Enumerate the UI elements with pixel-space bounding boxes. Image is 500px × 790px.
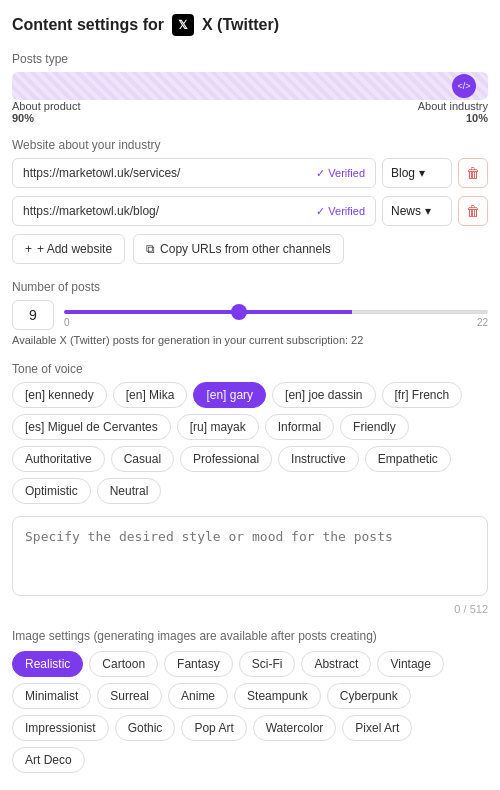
type-label-2: News	[391, 204, 421, 218]
delete-website-2[interactable]: 🗑	[458, 196, 488, 226]
range-container: 0 22	[64, 302, 488, 328]
posts-type-label: Posts type	[12, 52, 488, 66]
posts-type-slider[interactable]: </>	[12, 72, 488, 100]
copy-icon: ⧉	[146, 242, 155, 256]
image-style-tags-container: RealisticCartoonFantasySci-FiAbstractVin…	[12, 651, 488, 773]
available-posts-text: Available X (Twitter) posts for generati…	[12, 334, 488, 346]
website-input-2[interactable]: https://marketowl.uk/blog/ ✓ Verified	[12, 196, 376, 226]
about-product-label: About product 90%	[12, 100, 81, 124]
image-style-tag[interactable]: Realistic	[12, 651, 83, 677]
posts-count-section: Number of posts 9 0 22 Available X (Twit…	[12, 280, 488, 346]
image-style-tag[interactable]: Pop Art	[181, 715, 246, 741]
header-title: Content settings for	[12, 16, 164, 34]
type-label-1: Blog	[391, 166, 415, 180]
image-style-tag[interactable]: Sci-Fi	[239, 651, 296, 677]
mood-textarea[interactable]	[12, 516, 488, 596]
image-style-tag[interactable]: Surreal	[97, 683, 162, 709]
tone-tag[interactable]: Optimistic	[12, 478, 91, 504]
image-style-tag[interactable]: Gothic	[115, 715, 176, 741]
website-row-1: https://marketowl.uk/services/ ✓ Verifie…	[12, 158, 488, 188]
add-website-button[interactable]: + + Add website	[12, 234, 125, 264]
posts-count-slider[interactable]	[64, 310, 488, 314]
tone-tag[interactable]: [fr] French	[382, 382, 463, 408]
website-actions: + + Add website ⧉ Copy URLs from other c…	[12, 234, 488, 264]
page-header: Content settings for 𝕏 X (Twitter)	[12, 14, 488, 36]
website-url-2: https://marketowl.uk/blog/	[23, 204, 310, 218]
tone-tag[interactable]: [en] Mika	[113, 382, 188, 408]
website-url-1: https://marketowl.uk/services/	[23, 166, 310, 180]
image-style-tag[interactable]: Abstract	[301, 651, 371, 677]
platform-name: X (Twitter)	[202, 16, 279, 34]
tone-tag[interactable]: Casual	[111, 446, 174, 472]
image-style-tag[interactable]: Steampunk	[234, 683, 321, 709]
tone-tag[interactable]: Professional	[180, 446, 272, 472]
tone-tag[interactable]: Instructive	[278, 446, 359, 472]
range-min: 0	[64, 317, 70, 328]
website-row-2: https://marketowl.uk/blog/ ✓ Verified Ne…	[12, 196, 488, 226]
delete-website-1[interactable]: 🗑	[458, 158, 488, 188]
image-style-tag[interactable]: Pixel Art	[342, 715, 412, 741]
tone-tag[interactable]: [en] gary	[193, 382, 266, 408]
type-select-1[interactable]: Blog ▾	[382, 158, 452, 188]
image-settings-label: Image settings (generating images are av…	[12, 629, 488, 643]
image-style-tag[interactable]: Anime	[168, 683, 228, 709]
tone-tag[interactable]: Neutral	[97, 478, 162, 504]
range-max: 22	[477, 317, 488, 328]
chevron-down-icon-2: ▾	[425, 204, 431, 218]
copy-urls-button[interactable]: ⧉ Copy URLs from other channels	[133, 234, 344, 264]
chevron-down-icon-1: ▾	[419, 166, 425, 180]
tone-tags-container: [en] kennedy[en] Mika[en] gary[en] joe d…	[12, 382, 488, 504]
char-count: 0 / 512	[12, 603, 488, 615]
posts-count-value: 9	[12, 300, 54, 330]
tone-tag[interactable]: Empathetic	[365, 446, 451, 472]
tone-tag[interactable]: [en] joe dassin	[272, 382, 375, 408]
verified-badge-2: ✓ Verified	[316, 205, 365, 218]
image-style-tag[interactable]: Fantasy	[164, 651, 233, 677]
posts-type-labels: About product 90% About industry 10%	[12, 100, 488, 124]
tone-tag[interactable]: [es] Miguel de Cervantes	[12, 414, 171, 440]
image-style-tag[interactable]: Impressionist	[12, 715, 109, 741]
plus-icon: +	[25, 242, 32, 256]
tone-tag[interactable]: [en] kennedy	[12, 382, 107, 408]
tone-tag[interactable]: Friendly	[340, 414, 409, 440]
website-section: Website about your industry https://mark…	[12, 138, 488, 264]
image-style-tag[interactable]: Minimalist	[12, 683, 91, 709]
tone-tag[interactable]: Authoritative	[12, 446, 105, 472]
image-style-tag[interactable]: Art Deco	[12, 747, 85, 773]
image-style-tag[interactable]: Cartoon	[89, 651, 158, 677]
type-select-2[interactable]: News ▾	[382, 196, 452, 226]
tone-of-voice-section: Tone of voice [en] kennedy[en] Mika[en] …	[12, 362, 488, 504]
posts-count-row: 9 0 22	[12, 300, 488, 330]
about-industry-label: About industry 10%	[418, 100, 488, 124]
x-platform-icon: 𝕏	[172, 14, 194, 36]
image-style-tag[interactable]: Vintage	[377, 651, 443, 677]
verified-badge-1: ✓ Verified	[316, 167, 365, 180]
slider-thumb-icon: </>	[452, 74, 476, 98]
tone-label: Tone of voice	[12, 362, 488, 376]
tone-tag[interactable]: [ru] mayak	[177, 414, 259, 440]
tone-tag[interactable]: Informal	[265, 414, 334, 440]
website-section-label: Website about your industry	[12, 138, 488, 152]
image-style-tag[interactable]: Cyberpunk	[327, 683, 411, 709]
image-settings-section: Image settings (generating images are av…	[12, 629, 488, 773]
website-input-1[interactable]: https://marketowl.uk/services/ ✓ Verifie…	[12, 158, 376, 188]
image-style-tag[interactable]: Watercolor	[253, 715, 337, 741]
posts-type-section: Posts type </> About product 90% About i…	[12, 52, 488, 124]
posts-count-label: Number of posts	[12, 280, 488, 294]
